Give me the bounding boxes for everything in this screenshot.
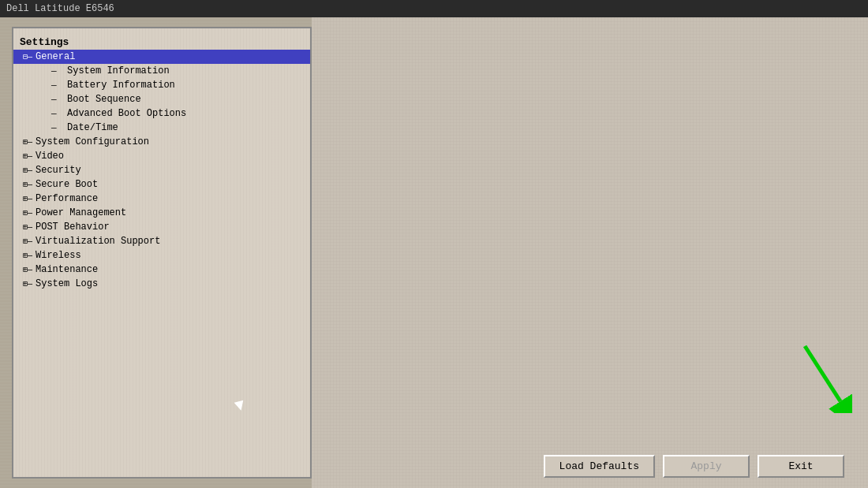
line-prefix: — [51, 66, 67, 76]
tree-item-label: System Configuration [36, 136, 149, 147]
tree-item-boot-sequence[interactable]: —Boot Sequence [13, 92, 310, 106]
expand-icon: ⊞— [23, 265, 36, 274]
tree-item-label: Boot Sequence [67, 94, 141, 105]
title-text: Dell Latitude E6546 [6, 3, 114, 14]
tree-item-advanced-boot-options[interactable]: —Advanced Boot Options [13, 106, 310, 121]
tree-item-label: Secure Boot [36, 179, 98, 190]
tree-item-secure-boot[interactable]: ⊞—Secure Boot [13, 177, 310, 192]
expand-icon: ⊞— [23, 151, 36, 161]
line-prefix: — [51, 95, 67, 104]
tree-item-label: System Logs [36, 278, 98, 289]
line-prefix: — [51, 80, 67, 90]
tree-item-system-information[interactable]: —System Information [13, 64, 310, 78]
expand-icon: ⊞— [23, 180, 36, 189]
settings-tree: ⊟—General—System Information—Battery Inf… [13, 50, 310, 291]
tree-item-security[interactable]: ⊞—Security [13, 163, 310, 177]
apply-button[interactable]: Apply [663, 455, 750, 478]
tree-item-label: Date/Time [67, 122, 118, 133]
title-bar: Dell Latitude E6546 [0, 0, 868, 17]
tree-item-power-management[interactable]: ⊞—Power Management [13, 206, 310, 220]
tree-item-general[interactable]: ⊟—General [13, 50, 310, 64]
expand-icon: ⊞— [23, 208, 36, 218]
tree-item-post-behavior[interactable]: ⊞—POST Behavior [13, 220, 310, 234]
tree-item-label: Maintenance [36, 264, 98, 275]
tree-item-label: Video [36, 151, 64, 162]
tree-item-wireless[interactable]: ⊞—Wireless [13, 248, 310, 263]
expand-icon: ⊟— [23, 52, 36, 61]
content-area: Load Defaults Apply Exit [312, 17, 868, 488]
tree-item-performance[interactable]: ⊞—Performance [13, 192, 310, 206]
tree-item-system-configuration[interactable]: ⊞—System Configuration [13, 135, 310, 149]
exit-button[interactable]: Exit [758, 455, 844, 478]
svg-line-1 [805, 346, 840, 401]
line-prefix: — [51, 123, 67, 132]
tree-item-label: General [36, 51, 75, 62]
tree-item-label: Security [36, 165, 81, 176]
expand-icon: ⊞— [23, 166, 36, 175]
tree-item-label: Advanced Boot Options [67, 108, 186, 119]
tree-item-label: Wireless [36, 250, 81, 261]
tree-item-virtualization-support[interactable]: ⊞—Virtualization Support [13, 234, 310, 248]
tree-item-label: POST Behavior [36, 222, 110, 233]
tree-item-date-time[interactable]: —Date/Time [13, 121, 310, 135]
settings-root-label: Settings [13, 35, 310, 50]
tree-item-label: Battery Information [67, 80, 175, 91]
tree-item-label: Power Management [36, 207, 126, 218]
bottom-bar: Load Defaults Apply Exit [312, 445, 868, 488]
main-area: Settings ⊟—General—System Information—Ba… [0, 17, 868, 488]
tree-item-maintenance[interactable]: ⊞—Maintenance [13, 263, 310, 277]
tree-item-battery-information[interactable]: —Battery Information [13, 78, 310, 92]
expand-icon: ⊞— [23, 279, 36, 289]
load-defaults-button[interactable]: Load Defaults [544, 455, 655, 478]
expand-icon: ⊞— [23, 137, 36, 147]
expand-icon: ⊞— [23, 222, 36, 232]
settings-panel: Settings ⊟—General—System Information—Ba… [12, 27, 312, 479]
tree-item-video[interactable]: ⊞—Video [13, 149, 310, 163]
expand-icon: ⊞— [23, 194, 36, 203]
tree-item-label: Virtualization Support [36, 236, 160, 247]
tree-item-system-logs[interactable]: ⊞—System Logs [13, 277, 310, 291]
line-prefix: — [51, 109, 67, 118]
expand-icon: ⊞— [23, 251, 36, 260]
tree-item-label: Performance [36, 193, 98, 204]
green-arrow-indicator [797, 342, 852, 417]
tree-item-label: System Information [67, 65, 170, 76]
expand-icon: ⊞— [23, 237, 36, 246]
